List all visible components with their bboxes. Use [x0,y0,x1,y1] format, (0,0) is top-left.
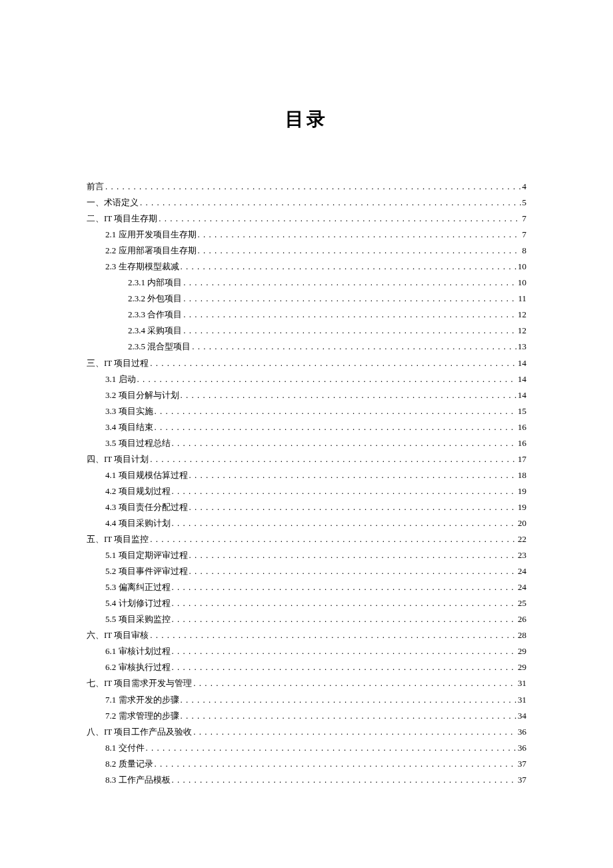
toc-leader-dots: . . . . . . . . . . . . . . . . . . . . … [105,179,521,195]
toc-entry[interactable]: 前言. . . . . . . . . . . . . . . . . . . … [87,179,526,195]
toc-leader-dots: . . . . . . . . . . . . . . . . . . . . … [183,291,516,307]
toc-entry[interactable]: 3.1 启动. . . . . . . . . . . . . . . . . … [87,371,526,387]
toc-entry-label: 3.2 项目分解与计划 [105,387,179,403]
toc-leader-dots: . . . . . . . . . . . . . . . . . . . . … [183,275,516,291]
toc-entry-page: 29 [518,643,526,659]
toc-leader-dots: . . . . . . . . . . . . . . . . . . . . … [172,643,517,659]
toc-leader-dots: . . . . . . . . . . . . . . . . . . . . … [189,499,517,515]
toc-entry-page: 14 [518,387,526,403]
toc-entry[interactable]: 2.3.5 混合型项目. . . . . . . . . . . . . . .… [87,339,526,355]
toc-entry-page: 36 [518,724,526,740]
toc-entry-label: 2.3.2 外包项目 [128,291,182,307]
toc-entry-page: 19 [518,483,526,499]
toc-entry[interactable]: 4.4 项目采购计划. . . . . . . . . . . . . . . … [87,515,526,531]
toc-entry[interactable]: 5.2 项目事件评审过程. . . . . . . . . . . . . . … [87,563,526,579]
toc-entry[interactable]: 三、IT 项目过程. . . . . . . . . . . . . . . .… [87,355,526,371]
toc-leader-dots: . . . . . . . . . . . . . . . . . . . . … [150,355,516,371]
toc-entry-label: 八、IT 项目工作产品及验收 [87,724,192,740]
toc-entry-page: 16 [518,419,526,435]
toc-entry[interactable]: 3.5 项目过程总结. . . . . . . . . . . . . . . … [87,435,526,451]
toc-entry-page: 24 [518,563,526,579]
toc-leader-dots: . . . . . . . . . . . . . . . . . . . . … [172,579,517,595]
toc-entry[interactable]: 7.2 需求管理的步骤. . . . . . . . . . . . . . .… [87,708,526,724]
toc-entry[interactable]: 2.3.4 采购项目. . . . . . . . . . . . . . . … [87,323,526,339]
toc-leader-dots: . . . . . . . . . . . . . . . . . . . . … [150,627,516,643]
toc-leader-dots: . . . . . . . . . . . . . . . . . . . . … [172,435,517,451]
toc-entry-label: 2.3 生存期模型裁减 [105,259,179,275]
toc-entry[interactable]: 6.1 审核计划过程. . . . . . . . . . . . . . . … [87,643,526,659]
toc-leader-dots: . . . . . . . . . . . . . . . . . . . . … [189,467,517,483]
toc-entry[interactable]: 5.3 偏离纠正过程. . . . . . . . . . . . . . . … [87,579,526,595]
toc-entry[interactable]: 2.3 生存期模型裁减. . . . . . . . . . . . . . .… [87,259,526,275]
toc-entry[interactable]: 四、IT 项目计划. . . . . . . . . . . . . . . .… [87,451,526,467]
toc-entry-page: 26 [518,611,526,627]
toc-entry-page: 24 [518,579,526,595]
toc-entry-page: 29 [518,659,526,675]
toc-entry-label: 一、术语定义 [87,195,139,211]
toc-entry-label: 5.3 偏离纠正过程 [105,579,171,595]
toc-entry-page: 5 [522,195,527,211]
toc-leader-dots: . . . . . . . . . . . . . . . . . . . . … [146,740,517,756]
toc-entry-page: 19 [518,499,526,515]
toc-entry-page: 22 [518,531,526,547]
toc-leader-dots: . . . . . . . . . . . . . . . . . . . . … [172,483,517,499]
toc-entry-page: 16 [518,435,526,451]
toc-entry-label: 5.4 计划修订过程 [105,595,171,611]
toc-leader-dots: . . . . . . . . . . . . . . . . . . . . … [181,708,517,724]
toc-entry-page: 13 [518,339,526,355]
toc-entry-page: 36 [518,740,526,756]
toc-entry-label: 6.1 审核计划过程 [105,643,171,659]
toc-leader-dots: . . . . . . . . . . . . . . . . . . . . … [183,323,516,339]
toc-entry[interactable]: 2.2 应用部署项目生存期. . . . . . . . . . . . . .… [87,243,526,259]
toc-leader-dots: . . . . . . . . . . . . . . . . . . . . … [150,451,516,467]
toc-entry[interactable]: 5.5 项目采购监控. . . . . . . . . . . . . . . … [87,611,526,627]
toc-entry[interactable]: 2.3.3 合作项目. . . . . . . . . . . . . . . … [87,307,526,323]
toc-leader-dots: . . . . . . . . . . . . . . . . . . . . … [172,659,517,675]
toc-entry-label: 3.5 项目过程总结 [105,435,171,451]
toc-entry[interactable]: 八、IT 项目工作产品及验收. . . . . . . . . . . . . … [87,724,526,740]
toc-leader-dots: . . . . . . . . . . . . . . . . . . . . … [159,211,520,227]
toc-entry-label: 四、IT 项目计划 [87,451,149,467]
toc-leader-dots: . . . . . . . . . . . . . . . . . . . . … [198,227,521,243]
toc-entry-page: 12 [518,307,526,323]
toc-entry-label: 2.1 应用开发项目生存期 [105,227,197,243]
toc-leader-dots: . . . . . . . . . . . . . . . . . . . . … [155,756,517,772]
toc-entry-page: 31 [518,692,526,708]
toc-entry[interactable]: 2.3.2 外包项目. . . . . . . . . . . . . . . … [87,291,526,307]
toc-entry-page: 31 [518,675,526,691]
toc-entry[interactable]: 8.3 工作产品模板. . . . . . . . . . . . . . . … [87,772,526,788]
toc-entry-label: 3.3 项目实施 [105,403,153,419]
toc-leader-dots: . . . . . . . . . . . . . . . . . . . . … [189,563,517,579]
toc-leader-dots: . . . . . . . . . . . . . . . . . . . . … [189,547,517,563]
toc-entry[interactable]: 五、IT 项目监控. . . . . . . . . . . . . . . .… [87,531,526,547]
toc-entry[interactable]: 3.2 项目分解与计划. . . . . . . . . . . . . . .… [87,387,526,403]
toc-leader-dots: . . . . . . . . . . . . . . . . . . . . … [140,195,521,211]
toc-entry[interactable]: 5.1 项目定期评审过程. . . . . . . . . . . . . . … [87,547,526,563]
toc-leader-dots: . . . . . . . . . . . . . . . . . . . . … [181,692,517,708]
toc-entry-label: 3.1 启动 [105,371,136,387]
toc-entry[interactable]: 8.2 质量记录. . . . . . . . . . . . . . . . … [87,756,526,772]
toc-leader-dots: . . . . . . . . . . . . . . . . . . . . … [172,772,517,788]
toc-entry-page: 4 [522,179,527,195]
toc-entry[interactable]: 8.1 交付件. . . . . . . . . . . . . . . . .… [87,740,526,756]
toc-entry-page: 14 [518,355,526,371]
toc-entry-page: 8 [522,243,527,259]
toc-entry[interactable]: 5.4 计划修订过程. . . . . . . . . . . . . . . … [87,595,526,611]
toc-entry-label: 2.3.3 合作项目 [128,307,182,323]
toc-entry[interactable]: 七、IT 项目需求开发与管理. . . . . . . . . . . . . … [87,675,526,691]
toc-entry[interactable]: 4.3 项目责任分配过程. . . . . . . . . . . . . . … [87,499,526,515]
toc-entry[interactable]: 一、术语定义. . . . . . . . . . . . . . . . . … [87,195,526,211]
toc-entry[interactable]: 4.1 项目规模估算过程. . . . . . . . . . . . . . … [87,467,526,483]
toc-entry[interactable]: 4.2 项目规划过程. . . . . . . . . . . . . . . … [87,483,526,499]
toc-leader-dots: . . . . . . . . . . . . . . . . . . . . … [181,259,517,275]
toc-entry[interactable]: 二、IT 项目生存期. . . . . . . . . . . . . . . … [87,211,526,227]
toc-entry-label: 前言 [87,179,104,195]
toc-entry[interactable]: 2.3.1 内部项目. . . . . . . . . . . . . . . … [87,275,526,291]
toc-entry[interactable]: 2.1 应用开发项目生存期. . . . . . . . . . . . . .… [87,227,526,243]
toc-entry[interactable]: 六、IT 项目审核. . . . . . . . . . . . . . . .… [87,627,526,643]
toc-leader-dots: . . . . . . . . . . . . . . . . . . . . … [198,243,521,259]
toc-entry[interactable]: 3.3 项目实施. . . . . . . . . . . . . . . . … [87,403,526,419]
toc-entry[interactable]: 7.1 需求开发的步骤. . . . . . . . . . . . . . .… [87,692,526,708]
toc-entry[interactable]: 3.4 项目结束. . . . . . . . . . . . . . . . … [87,419,526,435]
toc-entry[interactable]: 6.2 审核执行过程. . . . . . . . . . . . . . . … [87,659,526,675]
